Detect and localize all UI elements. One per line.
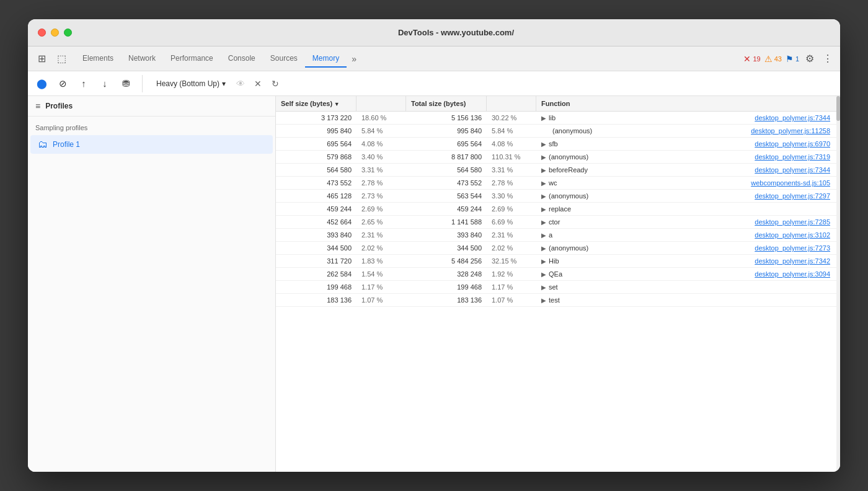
close-button[interactable]: ✕ <box>249 75 267 92</box>
source-link[interactable]: desktop_polymer.js:3094 <box>755 270 835 278</box>
expand-arrow[interactable]: ▶ <box>541 141 546 148</box>
table-area: Self size (bytes) Total size (bytes) Fun… <box>276 96 840 472</box>
source-link[interactable]: desktop_polymer.js:7344 <box>755 114 835 122</box>
table-row[interactable]: 459 244 2.69 % 459 244 2.69 % ▶replace <box>276 203 840 216</box>
table-row[interactable]: 465 128 2.73 % 563 544 3.30 % ▶(anonymou… <box>276 190 840 203</box>
source-link[interactable]: desktop_polymer.js:7273 <box>755 244 835 252</box>
tab-network[interactable]: Network <box>121 50 163 68</box>
self-size: 465 128 <box>276 190 356 202</box>
inspect-element-button[interactable]: ⊞ <box>33 50 50 68</box>
function-cell: ▶ctordesktop_polymer.js:7285 <box>536 216 840 228</box>
table-row[interactable]: 3 173 220 18.60 % 5 156 136 30.22 % ▶lib… <box>276 112 840 125</box>
expand-arrow[interactable]: ▶ <box>541 284 546 291</box>
more-options-icon[interactable]: ⋮ <box>820 50 835 67</box>
self-pct: 3.40 % <box>356 151 406 163</box>
source-link[interactable]: webcomponents-sd.js:105 <box>751 179 835 187</box>
function-name: beforeReady <box>549 166 588 174</box>
error-badge[interactable]: ✕ 19 <box>743 54 760 64</box>
expand-arrow[interactable]: ▶ <box>541 232 546 239</box>
table-row[interactable]: 393 840 2.31 % 393 840 2.31 % ▶adesktop_… <box>276 229 840 242</box>
clear-button[interactable]: ⊘ <box>54 75 71 92</box>
self-size: 473 552 <box>276 177 356 189</box>
refresh-button[interactable]: ↻ <box>267 75 284 92</box>
total-pct: 2.02 % <box>487 242 536 254</box>
device-toggle-button[interactable]: ⬚ <box>53 50 70 68</box>
total-pct: 2.69 % <box>487 203 536 215</box>
settings-icon[interactable]: ⚙ <box>803 50 817 67</box>
expand-arrow[interactable]: ▶ <box>541 206 546 213</box>
source-link[interactable]: desktop_polymer.js:7344 <box>755 166 835 174</box>
tab-memory[interactable]: Memory <box>305 50 347 68</box>
warn-badge[interactable]: ⚠ 43 <box>764 54 782 64</box>
tabs: Elements Network Performance Console Sou… <box>75 50 743 68</box>
self-size: 393 840 <box>276 229 356 241</box>
titlebar: DevTools - www.youtube.com/ <box>28 19 840 46</box>
chevron-down-icon: ▾ <box>222 79 226 88</box>
tab-performance[interactable]: Performance <box>163 50 221 68</box>
table-row[interactable]: 183 136 1.07 % 183 136 1.07 % ▶test <box>276 294 840 307</box>
table-row[interactable]: 452 664 2.65 % 1 141 588 6.69 % ▶ctordes… <box>276 216 840 229</box>
expand-arrow[interactable]: ▶ <box>541 180 546 187</box>
table-row[interactable]: 262 584 1.54 % 328 248 1.92 % ▶QEadeskto… <box>276 268 840 281</box>
source-link[interactable]: desktop_polymer.js:7342 <box>755 257 835 265</box>
toolbar: ⬤ ⊘ ↑ ↓ ⛃ Heavy (Bottom Up) ▾ 👁 ✕ ↻ <box>28 71 840 96</box>
function-name: (anonymous) <box>549 192 588 200</box>
self-pct: 1.54 % <box>356 268 406 280</box>
source-link[interactable]: desktop_polymer.js:3102 <box>755 231 835 239</box>
record-button[interactable]: ⬤ <box>33 75 50 92</box>
more-tabs-button[interactable]: » <box>347 51 361 66</box>
filter-button[interactable]: 👁 <box>232 75 249 92</box>
expand-arrow[interactable]: ▶ <box>541 193 546 200</box>
table-row[interactable]: 473 552 2.78 % 473 552 2.78 % ▶wcwebcomp… <box>276 177 840 190</box>
table-row[interactable]: 695 564 4.08 % 695 564 4.08 % ▶sfbdeskto… <box>276 138 840 151</box>
maximize-button[interactable] <box>64 29 72 37</box>
load-button[interactable]: ↑ <box>75 75 92 92</box>
total-pct: 2.31 % <box>487 229 536 241</box>
self-pct: 1.17 % <box>356 281 406 293</box>
expand-arrow[interactable]: ▶ <box>541 154 546 161</box>
expand-arrow[interactable]: ▶ <box>541 245 546 252</box>
th-self-size[interactable]: Self size (bytes) <box>276 96 356 111</box>
tab-console[interactable]: Console <box>221 50 263 68</box>
source-link[interactable]: desktop_polymer.js:7285 <box>755 218 835 226</box>
table-row[interactable]: 344 500 2.02 % 344 500 2.02 % ▶(anonymou… <box>276 242 840 255</box>
self-size: 199 468 <box>276 281 356 293</box>
scrollbar[interactable] <box>836 96 840 472</box>
th-total-size[interactable]: Total size (bytes) <box>406 96 487 111</box>
info-badge[interactable]: ⚑ 1 <box>786 54 799 64</box>
table-row[interactable]: 311 720 1.83 % 5 484 256 32.15 % ▶Hibdes… <box>276 255 840 268</box>
flag-icon: ⚑ <box>786 54 794 64</box>
table-row[interactable]: 564 580 3.31 % 564 580 3.31 % ▶beforeRea… <box>276 164 840 177</box>
expand-arrow[interactable]: ▶ <box>541 167 546 174</box>
expand-arrow[interactable]: ▶ <box>541 271 546 278</box>
minimize-button[interactable] <box>51 29 59 37</box>
dropdown-label: Heavy (Bottom Up) <box>156 79 219 88</box>
source-link[interactable]: desktop_polymer.js:7319 <box>755 153 835 161</box>
source-link[interactable]: desktop_polymer.js:11258 <box>751 127 835 135</box>
collect-garbage-button[interactable]: ⛃ <box>117 75 135 92</box>
expand-arrow[interactable]: ▶ <box>541 115 546 122</box>
self-pct: 1.07 % <box>356 294 406 306</box>
view-dropdown[interactable]: Heavy (Bottom Up) ▾ <box>150 77 232 91</box>
th-function[interactable]: Function <box>536 96 840 111</box>
main-area: ≡ Profiles Sampling profiles 🗂 Profile 1… <box>28 96 840 472</box>
expand-arrow[interactable]: ▶ <box>541 219 546 226</box>
source-link[interactable]: desktop_polymer.js:6970 <box>755 140 835 148</box>
total-size: 563 544 <box>406 190 487 202</box>
scrollbar-thumb[interactable] <box>836 96 840 121</box>
total-size: 344 500 <box>406 242 487 254</box>
table-row[interactable]: 995 840 5.84 % 995 840 5.84 % (anonymous… <box>276 125 840 138</box>
tab-elements[interactable]: Elements <box>75 50 121 68</box>
expand-arrow[interactable]: ▶ <box>541 258 546 265</box>
tab-sources[interactable]: Sources <box>263 50 305 68</box>
close-button[interactable] <box>38 29 46 37</box>
source-link[interactable]: desktop_polymer.js:7297 <box>755 192 835 200</box>
save-button[interactable]: ↓ <box>96 75 113 92</box>
profile-item-1[interactable]: 🗂 Profile 1 <box>30 135 273 154</box>
table-row[interactable]: 579 868 3.40 % 8 817 800 110.31 % ▶(anon… <box>276 151 840 164</box>
total-size: 199 468 <box>406 281 487 293</box>
table-row[interactable]: 199 468 1.17 % 199 468 1.17 % ▶set <box>276 281 840 294</box>
expand-arrow[interactable]: ▶ <box>541 297 546 304</box>
function-cell: ▶wcwebcomponents-sd.js:105 <box>536 177 840 189</box>
total-size: 995 840 <box>406 125 487 137</box>
